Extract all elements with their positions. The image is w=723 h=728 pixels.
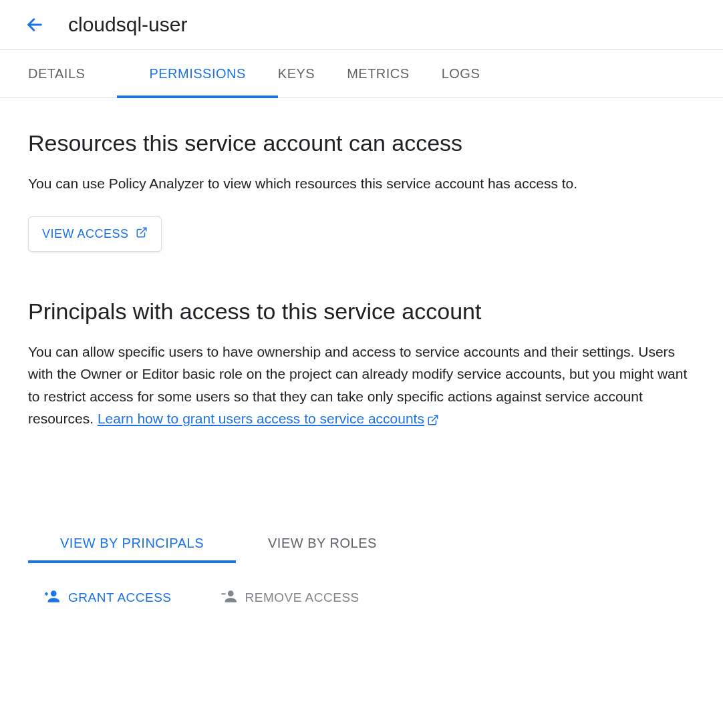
view-access-button[interactable]: VIEW ACCESS: [28, 216, 162, 252]
subtab-view-by-roles[interactable]: VIEW BY ROLES: [236, 524, 409, 563]
learn-more-link[interactable]: Learn how to grant users access to servi…: [98, 411, 424, 426]
tab-keys[interactable]: KEYS: [278, 50, 347, 98]
page-header: cloudsql-user: [0, 0, 723, 49]
principals-subtabs: VIEW BY PRINCIPALS VIEW BY ROLES: [28, 524, 695, 564]
subtab-view-by-principals[interactable]: VIEW BY PRINCIPALS: [28, 524, 236, 563]
section2: Principals with access to this service a…: [28, 299, 695, 430]
tab-metrics[interactable]: METRICS: [347, 50, 442, 98]
add-person-icon: [43, 588, 60, 608]
section1-desc: You can use Policy Analyzer to view whic…: [28, 172, 695, 195]
tab-details[interactable]: DETAILS: [28, 50, 117, 98]
main-tabs: DETAILS PERMISSIONS KEYS METRICS LOGS: [0, 49, 723, 98]
page-title: cloudsql-user: [68, 13, 187, 36]
svg-line-2: [432, 415, 437, 421]
remove-person-icon: [220, 588, 237, 608]
content-area: Resources this service account can acces…: [0, 98, 723, 641]
remove-access-label: REMOVE ACCESS: [245, 590, 359, 605]
action-row: GRANT ACCESS REMOVE ACCESS: [28, 564, 695, 608]
back-arrow-icon[interactable]: [25, 15, 44, 34]
section1-title: Resources this service account can acces…: [28, 130, 695, 156]
view-access-label: VIEW ACCESS: [42, 227, 129, 241]
svg-line-1: [140, 228, 146, 233]
remove-access-button: REMOVE ACCESS: [220, 588, 359, 608]
external-link-icon: [136, 226, 148, 242]
tab-permissions[interactable]: PERMISSIONS: [117, 50, 277, 98]
svg-point-4: [227, 590, 233, 596]
external-link-icon: [427, 414, 439, 426]
section2-title: Principals with access to this service a…: [28, 299, 695, 325]
svg-point-3: [51, 590, 57, 596]
tab-logs[interactable]: LOGS: [442, 50, 513, 98]
grant-access-label: GRANT ACCESS: [68, 590, 172, 605]
grant-access-button[interactable]: GRANT ACCESS: [43, 588, 172, 608]
section2-desc: You can allow specific users to have own…: [28, 341, 695, 430]
